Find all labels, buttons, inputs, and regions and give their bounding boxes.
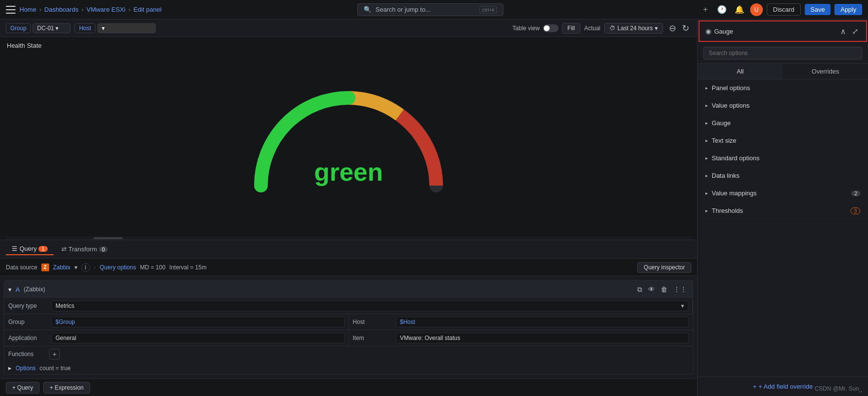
tab-query-label: Query [19,245,37,252]
query-editor: ☰ Query 1 ⇄ Transform 0 Data source Z Za… [0,240,697,396]
breadcrumb-vmware[interactable]: VMware ESXi [86,6,125,13]
standard-options-label: Standard options [712,154,759,162]
tab-transform-label: Transform [69,245,97,253]
zoom-controls: ⊖ ↻ [667,21,691,36]
add-override-label: + Add field override [758,383,813,390]
group-field-value[interactable]: $Group [51,317,345,327]
time-range-picker[interactable]: ⏱ Last 24 hours [604,23,663,34]
query-row-id: A [16,286,20,293]
functions-add-button[interactable]: + [49,349,60,359]
group-value-dropdown[interactable]: DC-01 [33,23,71,33]
query-copy-button[interactable]: ⧉ [635,284,644,295]
tab-transform[interactable]: ⇄ Transform 0 [55,244,114,255]
gauge-option-label: Gauge [712,119,731,127]
item-value[interactable]: VMware: Overall status [396,333,689,343]
query-row-a-header: A (Zabbix) ⧉ 👁 🗑 ⋮⋮ [4,281,693,298]
option-value-options[interactable]: Value options [698,97,868,114]
datasource-name[interactable]: Zabbix [53,264,71,271]
options-list: Panel options Value options Gauge Text s… [698,79,868,377]
query-options-link[interactable]: Query options [100,264,136,271]
value-options-label: Value options [712,102,750,109]
options-toggle[interactable]: Options [16,365,36,372]
tab-query[interactable]: ☰ Query 1 [6,243,54,255]
add-query-button[interactable]: + Query [6,382,39,394]
value-mappings-label: Value mappings [712,189,757,197]
actual-button[interactable]: Actual [584,25,600,32]
application-value[interactable]: General [51,333,345,343]
fill-button[interactable]: Fill [562,23,580,34]
interval-info: Interval = 15m [169,264,206,271]
functions-label: Functions [8,351,47,358]
host-filter: Host [74,23,156,33]
avatar[interactable]: U [750,3,763,16]
panel-toolbar: Group DC-01 Host Table view Fill Actual … [0,19,697,37]
value-mappings-badge: 2 [851,190,860,196]
datasource-dropdown-icon[interactable] [74,264,77,271]
gauge-container: green [0,37,697,237]
query-drag-handle[interactable]: ⋮⋮ [671,284,689,294]
query-inspector-button[interactable]: Query inspector [637,262,691,273]
add-expression-button[interactable]: + Expression [43,382,90,394]
search-box[interactable]: 🔍 Search or jump to... ctrl+k [357,3,503,16]
application-label: Application [8,335,47,341]
search-options-input[interactable] [703,47,862,59]
application-cell: Application General [4,330,349,346]
hamburger-menu[interactable] [6,6,16,14]
right-panel-header: ◉ Gauge ∧ ⤢ [700,21,866,41]
right-panel-header-actions: ∧ ⤢ [838,25,860,38]
item-cell: Item VMware: Overall status [349,330,693,346]
option-value-mappings[interactable]: Value mappings 2 [698,185,868,202]
search-placeholder: Search or jump to... [375,6,430,13]
value-options-arrow [705,103,708,108]
text-size-arrow [705,138,708,143]
refresh-button[interactable]: ↻ [680,21,691,36]
query-delete-button[interactable]: 🗑 [659,284,669,294]
plus-icon: + [753,383,757,390]
query-type-select[interactable]: Metrics [51,301,688,311]
breadcrumb-home[interactable]: Home [19,6,37,13]
datasource-info-button[interactable]: i [81,263,90,272]
options-collapse-icon[interactable] [8,364,12,372]
option-gauge[interactable]: Gauge [698,114,868,132]
query-count-badge: 1 [38,246,47,252]
save-button[interactable]: Save [805,4,831,15]
option-text-size[interactable]: Text size [698,132,868,150]
breadcrumb-dashboards[interactable]: Dashboards [44,6,78,13]
host-field-value[interactable]: $Host [396,317,689,327]
option-data-links[interactable]: Data links [698,167,868,185]
plus-icon[interactable]: ＋ [700,2,711,17]
tab-all[interactable]: All [698,64,783,79]
option-panel-options[interactable]: Panel options [698,79,868,97]
breadcrumb-edit-panel: Edit panel [133,6,162,13]
query-row-source: (Zabbix) [24,286,45,293]
query-fields-grid: Query type Metrics Group $Group [4,298,693,374]
apply-button[interactable]: Apply [834,4,862,15]
transform-count-badge: 0 [99,246,108,252]
options-value: count = true [39,365,71,372]
gauge-title-bar: ◉ Gauge [705,27,838,35]
right-panel: ◉ Gauge ∧ ⤢ All Overrides Panel options [698,19,868,396]
option-thresholds[interactable]: Thresholds 3 [698,202,868,220]
query-hide-button[interactable]: 👁 [646,284,657,294]
host-value-dropdown[interactable] [97,23,156,33]
watermark: CSDN @Mr. Sun_ [814,385,862,392]
data-links-label: Data links [712,172,739,179]
bell-icon[interactable]: 🔔 [733,3,746,16]
md-info: MD = 100 [140,264,165,271]
table-view-switch[interactable] [543,24,558,32]
panel-chevron-up-icon[interactable]: ∧ [838,25,848,38]
panel-expand-icon[interactable]: ⤢ [850,25,860,38]
breadcrumb: Home › Dashboards › VMware ESXi › Edit p… [19,6,162,13]
thresholds-label: Thresholds [712,207,743,214]
option-standard-options[interactable]: Standard options [698,150,868,167]
clock-icon[interactable]: 🕐 [715,3,729,16]
zoom-out-button[interactable]: ⊖ [667,21,678,36]
text-size-label: Text size [712,137,737,144]
clock-icon: ⏱ [609,25,615,32]
viz-area: Health State green [0,37,697,240]
options-tabs: All Overrides [698,64,868,79]
app-item-row: Application General Item VMware: Overall… [4,330,693,346]
discard-button[interactable]: Discard [767,3,801,16]
query-row-collapse-icon[interactable] [8,286,12,293]
tab-overrides[interactable]: Overrides [783,64,868,79]
